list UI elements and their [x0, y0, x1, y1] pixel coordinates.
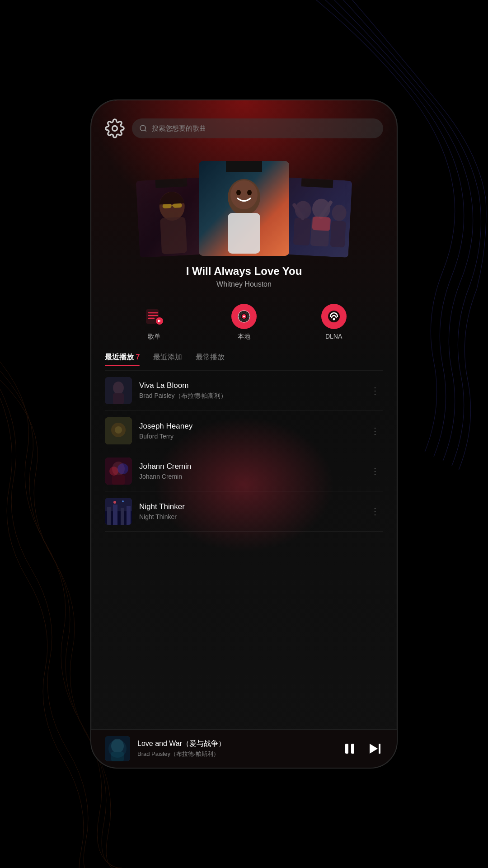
phone-container: 搜索您想要的歌曲 [90, 99, 398, 769]
song-title-4: Night Thinker [139, 502, 360, 511]
playback-controls [342, 741, 383, 757]
now-playing-artist: Brad Paisley（布拉德·帕斯利） [137, 750, 334, 758]
svg-rect-19 [293, 218, 311, 246]
song-meta-3: Johann Cremin Johann Cremin [139, 462, 360, 480]
tabs-bar: 最近播放 7 最近添加 最常播放 [91, 348, 397, 366]
svg-marker-63 [370, 744, 378, 754]
svg-rect-5 [160, 217, 187, 255]
tab-recent[interactable]: 最近播放 7 [105, 353, 140, 366]
playlist-icon [144, 307, 164, 326]
svg-point-0 [113, 126, 117, 131]
svg-rect-24 [312, 217, 331, 231]
more-button-1[interactable]: ⋮ [367, 382, 383, 400]
now-playing-meta: Love and War（爱与战争） Brad Paisley（布拉德·帕斯利） [137, 739, 334, 758]
song-meta-4: Night Thinker Night Thinker [139, 502, 360, 520]
song-item-1[interactable]: Viva La Bloom Brad Paisley（布拉德·帕斯利） ⋮ [91, 371, 397, 410]
featured-song-info: I Will Always Love You Whitney Houston [91, 256, 397, 293]
album-card-right[interactable] [278, 177, 352, 258]
svg-point-33 [243, 316, 245, 317]
album-art-right [278, 177, 352, 258]
pause-button[interactable] [342, 741, 358, 757]
more-button-3[interactable]: ⋮ [367, 462, 383, 480]
nav-item-dlna[interactable]: DLNA [321, 304, 347, 341]
pause-icon [342, 741, 358, 757]
song-thumb-3 [105, 458, 132, 485]
header: 搜索您想要的歌曲 [91, 100, 397, 147]
tab-added[interactable]: 最近添加 [153, 353, 182, 366]
featured-song-artist: Whitney Houston [100, 280, 388, 288]
nav-label-local: 本地 [238, 333, 250, 341]
svg-line-2 [145, 130, 146, 131]
search-icon [139, 124, 147, 132]
svg-rect-40 [113, 393, 124, 404]
svg-point-39 [113, 382, 124, 394]
song-artist-1: Brad Paisley（布拉德·帕斯利） [139, 392, 360, 400]
album-art-center [199, 161, 289, 256]
song-artist-2: Buford Terry [139, 433, 360, 440]
svg-rect-54 [127, 506, 131, 525]
skip-next-icon [367, 741, 383, 757]
more-button-2[interactable]: ⋮ [367, 422, 383, 440]
svg-rect-51 [107, 507, 111, 525]
svg-rect-62 [351, 744, 354, 754]
svg-point-48 [117, 463, 128, 474]
nav-label-dlna: DLNA [325, 333, 342, 340]
album-card-center[interactable] [199, 161, 289, 256]
song-title-3: Johann Cremin [139, 462, 360, 471]
svg-rect-21 [330, 221, 346, 248]
nav-icons: 歌单 本地 [91, 293, 397, 348]
svg-point-47 [109, 467, 118, 476]
svg-point-43 [115, 426, 122, 434]
search-input[interactable]: 搜索您想要的歌曲 [152, 124, 206, 133]
song-meta-2: Joseph Heaney Buford Terry [139, 422, 360, 440]
search-bar[interactable]: 搜索您想要的歌曲 [132, 118, 383, 138]
playlist-icon-container [141, 304, 167, 329]
nav-label-playlist: 歌单 [148, 333, 160, 341]
svg-point-12 [230, 180, 258, 209]
now-playing-bar: Love and War（爱与战争） Brad Paisley（布拉德·帕斯利） [91, 729, 397, 768]
song-thumb-1 [105, 377, 132, 404]
settings-button[interactable] [105, 118, 125, 138]
song-title-1: Viva La Bloom [139, 381, 360, 390]
song-artist-3: Johann Cremin [139, 473, 360, 480]
vinyl-top-left [155, 177, 187, 188]
local-icon-container [231, 304, 257, 329]
song-item-2[interactable]: Joseph Heaney Buford Terry ⋮ [91, 411, 397, 451]
now-playing-title: Love and War（爱与战争） [137, 739, 334, 749]
song-title-2: Joseph Heaney [139, 422, 360, 431]
tab-frequent[interactable]: 最常播放 [196, 353, 225, 366]
svg-rect-11 [228, 213, 260, 254]
song-item-3[interactable]: Johann Cremin Johann Cremin ⋮ [91, 451, 397, 491]
divider-5 [105, 531, 383, 532]
svg-point-37 [333, 318, 335, 321]
now-playing-thumb [105, 736, 130, 761]
svg-rect-53 [121, 508, 124, 525]
svg-point-55 [113, 501, 116, 504]
song-list: Viva La Bloom Brad Paisley（布拉德·帕斯利） ⋮ Jo… [91, 366, 397, 729]
svg-rect-61 [345, 744, 348, 754]
svg-point-60 [108, 740, 127, 758]
song-thumb-2 [105, 417, 132, 444]
svg-rect-52 [113, 505, 117, 525]
song-thumb-4 [105, 498, 132, 525]
featured-song-title: I Will Always Love You [100, 265, 388, 278]
album-carousel [91, 147, 397, 256]
svg-point-14 [247, 190, 252, 195]
vinyl-top-center [226, 161, 262, 172]
dlna-icon-container [321, 304, 347, 329]
nav-item-local[interactable]: 本地 [231, 304, 257, 341]
dlna-icon [327, 309, 341, 324]
song-item-4[interactable]: Night Thinker Night Thinker ⋮ [91, 491, 397, 531]
vinyl-top-right [301, 177, 333, 188]
nav-item-playlist[interactable]: 歌单 [141, 304, 167, 341]
song-meta-1: Viva La Bloom Brad Paisley（布拉德·帕斯利） [139, 381, 360, 400]
vinyl-icon [237, 309, 251, 324]
svg-point-13 [236, 190, 241, 195]
svg-point-56 [122, 500, 124, 502]
svg-rect-46 [112, 475, 125, 485]
song-artist-4: Night Thinker [139, 513, 360, 520]
more-button-4[interactable]: ⋮ [367, 502, 383, 520]
svg-rect-64 [379, 744, 380, 754]
skip-next-button[interactable] [367, 741, 383, 757]
svg-point-1 [140, 125, 145, 131]
